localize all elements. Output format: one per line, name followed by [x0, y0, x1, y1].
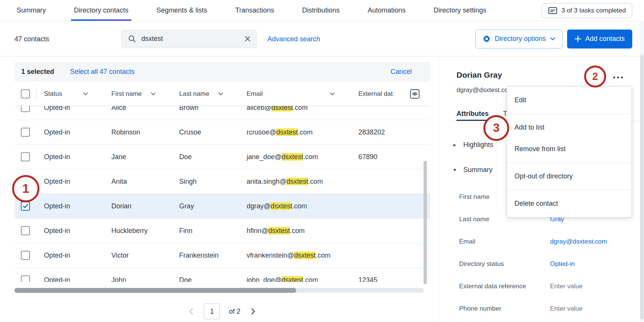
triangle-right-icon: ▸: [453, 142, 459, 148]
menu-group: Delete contact: [507, 190, 631, 217]
panel-tab-attributes[interactable]: Attributes: [456, 107, 489, 121]
cell-first-name: Robinson: [104, 128, 172, 136]
cell-last-name: Brown: [172, 106, 239, 112]
directory-options-button[interactable]: Directory options: [475, 30, 563, 48]
annotation-circle-1: 1: [12, 175, 39, 202]
row-checkbox-cell: [14, 251, 36, 260]
field-value-external-data-reference[interactable]: Enter value: [550, 283, 583, 290]
table-row[interactable]: Opted-inVictorFrankensteinvfrankenstein@…: [14, 243, 430, 268]
column-header-first-name[interactable]: First name: [104, 82, 172, 106]
cell-status: Opted-in: [36, 276, 104, 282]
page-scrollbar-thumb[interactable]: [640, 55, 644, 320]
selected-count: 1 selected: [21, 68, 54, 76]
menu-item-add-to-list[interactable]: Add to list: [507, 117, 631, 138]
menu-item-remove-from-list[interactable]: Remove from list: [507, 138, 631, 160]
nav-tab-directory-contacts[interactable]: Directory contacts: [71, 0, 131, 21]
column-label: Status: [44, 90, 62, 98]
search-icon: [128, 35, 136, 43]
chevron-down-icon: [550, 37, 555, 41]
field-value-phone-number[interactable]: Enter value: [550, 305, 583, 313]
column-header-last-name[interactable]: Last name: [172, 82, 239, 106]
context-menu: EditAdd to listRemove from listOpt-out o…: [507, 86, 632, 217]
cancel-selection-link[interactable]: Cancel: [391, 68, 412, 76]
tasks-completed-button[interactable]: 3 of 3 tasks completed: [542, 3, 632, 18]
horizontal-scrollbar-thumb[interactable]: [14, 288, 296, 293]
nav-tab-label: Segments & lists: [156, 6, 207, 14]
table-row[interactable]: Opted-inDorianGraydgray@dsxtest.com: [14, 194, 430, 219]
column-header-email[interactable]: Email: [239, 82, 351, 106]
vertical-scrollbar-thumb[interactable]: [424, 161, 427, 284]
header-text-fade: [393, 82, 410, 106]
nav-tab-label: Directory settings: [434, 6, 486, 14]
add-contacts-button[interactable]: Add contacts: [567, 30, 632, 48]
next-page-icon[interactable]: [250, 306, 257, 316]
field-label: Email: [459, 238, 550, 245]
advanced-search-link[interactable]: Advanced search: [267, 35, 320, 43]
menu-group: Add to listRemove from list: [507, 114, 631, 163]
menu-item-opt-out-of-directory[interactable]: Opt-out of directory: [507, 166, 631, 187]
section-toggle-highlights[interactable]: ▸Highlights: [453, 139, 493, 150]
row-checkbox[interactable]: [21, 152, 30, 161]
select-all-link[interactable]: Select all 47 contacts: [70, 68, 134, 76]
table-row[interactable]: Opted-inHuckleberryFinnhfinn@dsxtest.com: [14, 219, 430, 243]
row-checkbox-cell: [14, 152, 36, 161]
cell-status: Opted-in: [36, 128, 104, 136]
menu-group: Edit: [507, 87, 631, 114]
field-label: Directory status: [459, 260, 550, 268]
pagination: 1 of 2: [14, 303, 430, 319]
cell-last-name: Crusoe: [172, 128, 239, 136]
horizontal-scrollbar[interactable]: [14, 288, 424, 293]
cell-status: Opted-in: [36, 178, 104, 186]
section-toggle-summary[interactable]: ▾Summary: [453, 164, 492, 175]
nav-tab-distributions[interactable]: Distributions: [299, 0, 343, 21]
row-checkbox-cell: [14, 226, 36, 235]
contacts-section: 1 selected Select all 47 contacts Cancel…: [14, 62, 430, 282]
row-checkbox[interactable]: [21, 128, 30, 137]
cell-last-name: Frankenstein: [172, 252, 239, 259]
search-highlight: dsxtest: [286, 178, 308, 185]
table-row[interactable]: Opted-inAliceBrownaliceb@dsxtest.com: [14, 106, 430, 120]
cell-external-data-reference: 2838202: [351, 128, 430, 136]
clear-search-icon[interactable]: [245, 36, 250, 42]
tasks-button-label: 3 of 3 tasks completed: [561, 7, 626, 14]
row-checkbox[interactable]: [21, 106, 30, 112]
select-all-checkbox[interactable]: [21, 89, 30, 98]
table-header: StatusFirst nameLast nameEmailExternal d…: [14, 82, 430, 106]
field-value-email[interactable]: dgray@dsxtest.com: [550, 238, 607, 245]
nav-tab-directory-settings[interactable]: Directory settings: [431, 0, 489, 21]
row-checkbox[interactable]: [21, 275, 30, 282]
nav-tab-segments-lists[interactable]: Segments & lists: [153, 0, 210, 21]
row-checkbox[interactable]: [21, 251, 30, 260]
cell-email: hfinn@dsxtest.com: [239, 227, 351, 235]
search-highlight: dsxtest: [276, 128, 298, 136]
contacts-count: 47 contacts: [14, 35, 49, 43]
add-contacts-label: Add contacts: [585, 35, 625, 43]
table-body: Opted-inAliceBrownaliceb@dsxtest.comOpte…: [14, 106, 430, 282]
search-input[interactable]: [136, 35, 245, 43]
prev-page-icon[interactable]: [188, 306, 195, 316]
field-row: Directory statusOpted-in: [459, 253, 640, 275]
nav-tab-label: Automations: [368, 6, 406, 14]
nav-tab-automations[interactable]: Automations: [365, 0, 409, 21]
cell-first-name: John: [104, 276, 172, 282]
search-highlight: dsxtest: [281, 276, 303, 282]
table-row[interactable]: Opted-inRobinsonCrusoercrusoe@dsxtest.co…: [14, 120, 430, 145]
nav-tab-transactions[interactable]: Transactions: [232, 0, 277, 21]
header-column-separator: [36, 88, 37, 100]
menu-item-edit[interactable]: Edit: [507, 89, 631, 111]
search-highlight: dsxtest: [294, 252, 316, 259]
menu-item-delete-contact[interactable]: Delete contact: [507, 193, 631, 214]
row-checkbox[interactable]: [21, 202, 30, 211]
more-options-button[interactable]: [613, 74, 624, 81]
table-row[interactable]: Opted-inJohnDoejohn_doe@dsxtest.com12345: [14, 268, 430, 282]
table-row[interactable]: Opted-inAnitaSinghanita.singh@dsxtest.co…: [14, 169, 430, 194]
page-scrollbar[interactable]: [640, 22, 644, 322]
table-row[interactable]: Opted-inJaneDoejane_doe@dsxtest.com67890: [14, 145, 430, 169]
current-page[interactable]: 1: [204, 303, 220, 319]
selection-bar: 1 selected Select all 47 contacts Cancel: [14, 62, 430, 82]
manage-columns-icon[interactable]: [410, 89, 420, 99]
nav-tab-summary[interactable]: Summary: [14, 0, 49, 21]
row-checkbox[interactable]: [21, 226, 30, 235]
column-header-status[interactable]: Status: [36, 82, 104, 106]
field-value-directory-status[interactable]: Opted-in: [550, 260, 575, 268]
